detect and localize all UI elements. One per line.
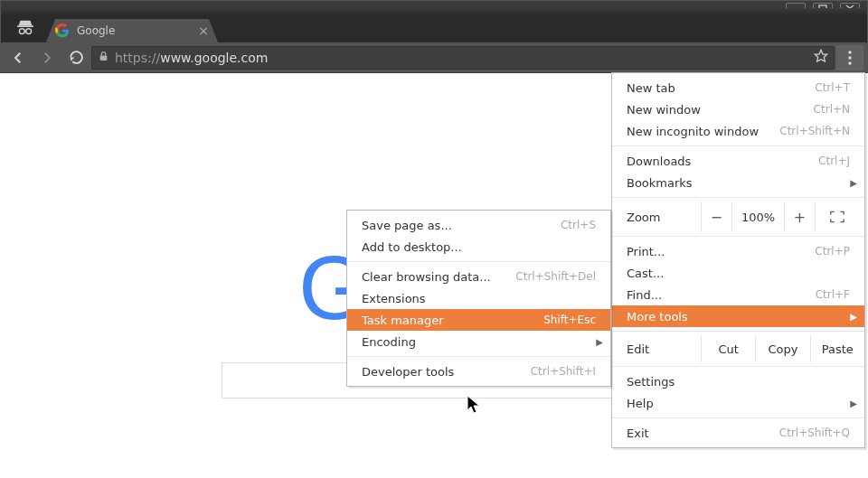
window-titlebar	[0, 0, 868, 15]
chrome-menu-button[interactable]	[836, 45, 863, 70]
menu-new-incognito[interactable]: New incognito windowCtrl+Shift+N	[612, 120, 864, 142]
menu-more-tools[interactable]: More tools▶	[612, 305, 864, 327]
menu-cast[interactable]: Cast...	[612, 262, 864, 284]
browser-window: Google × https://www.google.com	[0, 0, 868, 478]
svg-point-5	[19, 29, 24, 34]
incognito-icon	[15, 17, 35, 40]
edit-label: Edit	[612, 335, 701, 362]
edit-copy-button[interactable]: Copy	[755, 335, 809, 362]
edit-cut-button[interactable]: Cut	[701, 335, 755, 362]
zoom-value: 100%	[731, 202, 784, 232]
url-text: https://www.google.com	[115, 51, 808, 65]
menu-downloads[interactable]: DownloadsCtrl+J	[612, 150, 864, 172]
zoom-out-button[interactable]: −	[701, 202, 731, 232]
back-button[interactable]	[5, 45, 32, 70]
bookmark-star-icon[interactable]	[814, 49, 828, 66]
chrome-main-menu: New tabCtrl+T New windowCtrl+N New incog…	[611, 72, 865, 448]
svg-rect-4	[17, 25, 33, 27]
menu-zoom-row: Zoom − 100% +	[612, 202, 864, 232]
fullscreen-button[interactable]	[815, 202, 858, 232]
chevron-right-icon: ▶	[850, 178, 857, 188]
chevron-right-icon: ▶	[850, 398, 857, 408]
address-bar[interactable]: https://www.google.com	[91, 46, 835, 70]
submenu-clear-browsing-data[interactable]: Clear browsing data...Ctrl+Shift+Del	[347, 266, 610, 287]
zoom-label: Zoom	[612, 211, 701, 224]
tab-google[interactable]: Google ×	[46, 19, 218, 42]
tab-close-icon[interactable]: ×	[198, 24, 209, 37]
menu-find[interactable]: Find...Ctrl+F	[612, 284, 864, 305]
tab-title: Google	[77, 24, 191, 37]
submenu-extensions[interactable]: Extensions	[347, 287, 610, 309]
lock-icon	[98, 50, 109, 65]
submenu-save-page[interactable]: Save page as...Ctrl+S	[347, 214, 610, 236]
menu-new-window[interactable]: New windowCtrl+N	[612, 98, 864, 120]
menu-help[interactable]: Help▶	[612, 392, 864, 414]
tabstrip: Google ×	[0, 15, 868, 42]
menu-new-tab[interactable]: New tabCtrl+T	[612, 77, 864, 98]
google-favicon-icon	[55, 23, 70, 38]
more-tools-submenu: Save page as...Ctrl+S Add to desktop... …	[346, 210, 611, 387]
svg-point-10	[848, 51, 851, 53]
submenu-add-to-desktop[interactable]: Add to desktop...	[347, 236, 610, 258]
forward-button[interactable]	[33, 45, 61, 70]
svg-marker-9	[815, 50, 826, 61]
svg-rect-8	[100, 55, 108, 60]
reload-button[interactable]	[62, 45, 90, 70]
menu-exit[interactable]: ExitCtrl+Shift+Q	[612, 422, 864, 444]
edit-paste-button[interactable]: Paste	[810, 335, 864, 362]
menu-settings[interactable]: Settings	[612, 370, 864, 392]
chevron-right-icon: ▶	[596, 337, 603, 347]
menu-edit-row: Edit Cut Copy Paste	[612, 335, 864, 362]
submenu-task-manager[interactable]: Task managerShift+Esc	[347, 309, 610, 331]
chevron-right-icon: ▶	[850, 312, 857, 322]
menu-print[interactable]: Print...Ctrl+P	[612, 240, 864, 262]
menu-bookmarks[interactable]: Bookmarks▶	[612, 172, 864, 193]
new-tab-button[interactable]	[223, 23, 245, 39]
svg-point-11	[848, 56, 851, 59]
svg-point-6	[26, 29, 32, 34]
submenu-encoding[interactable]: Encoding▶	[347, 331, 610, 352]
toolbar: https://www.google.com	[0, 42, 868, 73]
submenu-developer-tools[interactable]: Developer toolsCtrl+Shift+I	[347, 361, 610, 382]
zoom-in-button[interactable]: +	[784, 202, 815, 232]
svg-point-12	[848, 61, 851, 64]
